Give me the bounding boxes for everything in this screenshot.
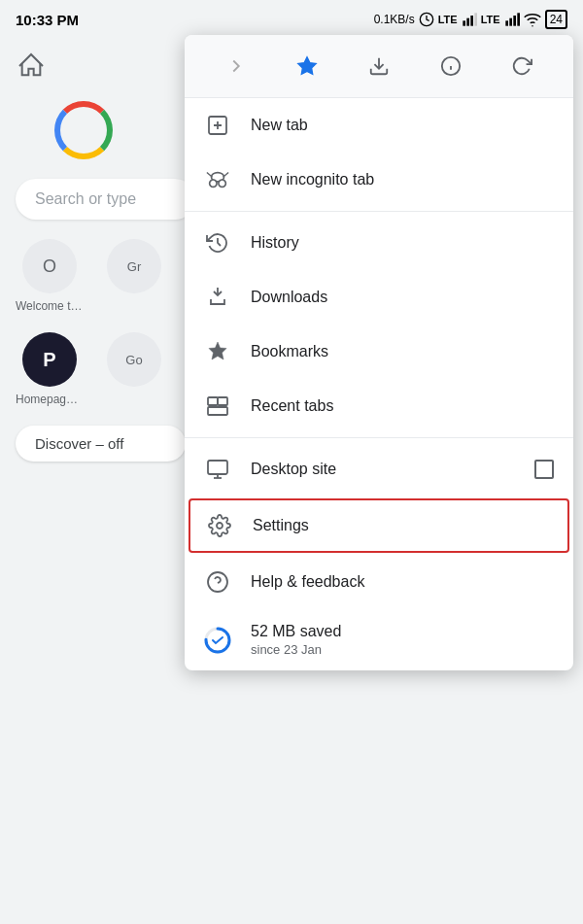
downloads-icon: [204, 284, 231, 311]
svg-marker-10: [298, 57, 316, 74]
download-button[interactable]: [360, 47, 398, 86]
recent-tabs-label: Recent tabs: [251, 397, 554, 415]
downloads-item[interactable]: Downloads: [185, 270, 573, 325]
search-bar[interactable]: Search or type: [16, 179, 195, 220]
savings-label: 52 MB saved: [251, 623, 341, 640]
svg-rect-29: [208, 461, 227, 474]
desktop-site-label: Desktop site: [251, 461, 515, 478]
desktop-site-item[interactable]: Desktop site: [185, 442, 573, 496]
shortcut-1[interactable]: O Welcome to...: [16, 239, 84, 313]
svg-rect-28: [208, 407, 227, 415]
new-tab-icon: [204, 112, 231, 139]
new-incognito-label: New incognito tab: [251, 171, 554, 188]
shortcut-1-icon: O: [22, 239, 77, 293]
help-label: Help & feedback: [251, 573, 554, 591]
shortcut-4[interactable]: Go: [107, 332, 161, 406]
shortcut-4-icon: Go: [107, 332, 161, 387]
bookmarks-icon: [204, 338, 231, 365]
svg-rect-1: [463, 20, 465, 25]
clock-icon: [419, 12, 434, 27]
dropdown-menu: New tab New incognito tab History: [185, 35, 573, 670]
status-icons: 0.1KB/s LTE LTE 24: [374, 10, 567, 29]
desktop-site-icon: [204, 456, 231, 483]
history-item[interactable]: History: [185, 216, 573, 270]
svg-point-32: [217, 523, 223, 529]
help-item[interactable]: Help & feedback: [185, 555, 573, 609]
svg-rect-8: [517, 13, 520, 25]
svg-point-20: [219, 180, 225, 187]
discover-button[interactable]: Discover – off: [16, 426, 186, 462]
svg-point-9: [532, 25, 533, 27]
svg-marker-25: [209, 342, 226, 359]
status-bar: 10:33 PM 0.1KB/s LTE LTE 24: [0, 0, 583, 35]
settings-item[interactable]: Settings: [189, 498, 569, 553]
settings-label: Settings: [253, 517, 552, 534]
new-tab-label: New tab: [251, 117, 554, 134]
svg-rect-6: [509, 18, 512, 26]
recent-tabs-icon: [204, 393, 231, 420]
history-icon: [204, 229, 231, 257]
svg-rect-2: [466, 18, 469, 26]
shortcut-3-label: Homepage ...: [16, 393, 84, 406]
forward-button[interactable]: [217, 47, 256, 86]
shortcut-2[interactable]: Gr: [107, 239, 161, 313]
bookmark-button[interactable]: [288, 47, 326, 86]
battery-icon: 24: [545, 10, 567, 29]
shortcut-2-icon: Gr: [107, 239, 161, 293]
svg-point-19: [210, 180, 217, 187]
lte2-icon: LTE: [481, 14, 500, 25]
wifi-icon: [524, 12, 541, 27]
lte-icon: LTE: [438, 14, 458, 25]
downloads-label: Downloads: [251, 289, 554, 306]
status-time: 10:33 PM: [16, 12, 79, 28]
signal2-icon: [504, 12, 520, 27]
savings-item[interactable]: 52 MB saved since 23 Jan: [185, 609, 573, 670]
svg-rect-4: [474, 13, 477, 25]
savings-icon: [204, 627, 231, 654]
divider-2: [185, 437, 573, 438]
divider-1: [185, 211, 573, 212]
svg-rect-7: [513, 16, 516, 26]
desktop-site-checkbox[interactable]: [534, 460, 554, 479]
shortcut-3[interactable]: P Homepage ...: [16, 332, 84, 406]
dropdown-toolbar: [185, 35, 573, 98]
signal-icon: [462, 12, 477, 27]
settings-icon: [206, 512, 233, 539]
svg-rect-5: [505, 20, 508, 25]
refresh-button[interactable]: [502, 47, 541, 86]
svg-point-33: [208, 572, 227, 592]
new-tab-item[interactable]: New tab: [185, 98, 573, 153]
bookmarks-label: Bookmarks: [251, 343, 554, 360]
shortcut-3-icon: P: [22, 332, 77, 387]
info-button[interactable]: [431, 47, 470, 86]
incognito-icon: [204, 166, 231, 193]
svg-rect-3: [470, 16, 473, 26]
svg-rect-27: [218, 397, 227, 405]
network-speed: 0.1KB/s: [374, 13, 415, 26]
recent-tabs-item[interactable]: Recent tabs: [185, 379, 573, 433]
savings-sub-label: since 23 Jan: [251, 642, 341, 657]
history-label: History: [251, 234, 554, 252]
shortcut-1-label: Welcome to...: [16, 299, 84, 313]
bookmarks-item[interactable]: Bookmarks: [185, 325, 573, 379]
new-incognito-item[interactable]: New incognito tab: [185, 153, 573, 207]
svg-rect-26: [208, 397, 218, 405]
help-icon: [204, 568, 231, 596]
